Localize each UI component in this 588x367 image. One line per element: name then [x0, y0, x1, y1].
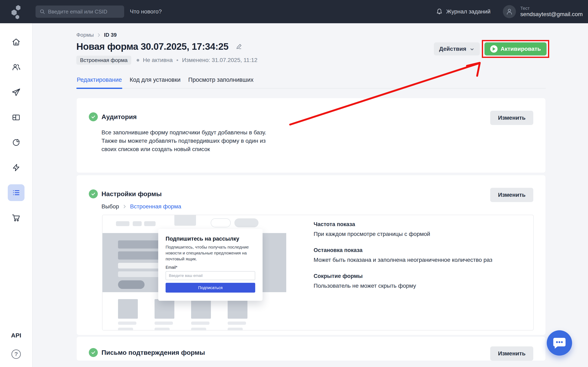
- audience-edit-button[interactable]: Изменить: [490, 111, 533, 125]
- user-menu[interactable]: Тест sendsaytest@gmail.com: [503, 5, 583, 18]
- preview-email-label: Email*: [165, 265, 255, 270]
- settings-info-panel: Частота показа При каждом просмотре стра…: [286, 215, 533, 330]
- status-text: Не активна: [143, 57, 173, 63]
- chevron-down-icon: [470, 47, 475, 52]
- actions-dropdown-button[interactable]: Действия: [434, 42, 480, 55]
- user-email: sendsaytest@gmail.com: [520, 11, 583, 17]
- content: Действия Активировать Формы ID 39 Новая …: [33, 23, 588, 367]
- info-title: Сокрытие формы: [314, 273, 525, 279]
- task-journal-button[interactable]: Журнал заданий: [436, 8, 491, 15]
- container: Формы ID 39 Новая форма 30.07.2025, 17:3…: [76, 32, 546, 361]
- preview-form-title: Подпишитесь на рассылку: [165, 236, 255, 242]
- help-icon[interactable]: ?: [11, 350, 21, 359]
- settings-breadcrumb: Выбор Встроенная форма: [102, 203, 533, 210]
- mockup-nav-pill: [144, 221, 156, 226]
- edit-title-icon[interactable]: [235, 43, 243, 50]
- audience-title: Аудитория: [102, 113, 137, 121]
- tab-install-code[interactable]: Код для установки: [129, 76, 181, 88]
- modified-text: Изменено: 31.07.2025, 11:12: [182, 57, 258, 63]
- home-icon: [11, 37, 21, 47]
- pie-chart-icon: [11, 138, 21, 147]
- sidebar-bottom: API ?: [11, 332, 21, 367]
- user-name: Тест: [520, 6, 583, 11]
- mockup-outline-pill: [211, 218, 231, 227]
- preview-subscribe-button: Подписаться: [165, 283, 255, 292]
- sidebar-item-campaigns[interactable]: [8, 84, 25, 101]
- info-text: Может быть показана и заполнена неограни…: [314, 257, 525, 263]
- user-texts: Тест sendsaytest@gmail.com: [520, 6, 583, 17]
- mockup-hero-button: [118, 280, 145, 289]
- audience-description: Все заполнившие форму подписчики будут д…: [102, 128, 269, 153]
- check-circle-icon: [89, 112, 98, 121]
- sidebar-item-api[interactable]: API: [11, 332, 21, 339]
- settings-breadcrumb-embedded-link[interactable]: Встроенная форма: [130, 203, 181, 210]
- play-icon: [490, 45, 498, 53]
- mockup-card: [155, 299, 174, 331]
- topbar: Что нового? Журнал заданий Тест sendsayt…: [0, 0, 588, 23]
- audience-card-head: Аудитория: [89, 112, 533, 121]
- sidebar-item-statistics[interactable]: [8, 134, 25, 151]
- activate-button[interactable]: Активировать: [484, 42, 546, 55]
- sidebar-item-pages[interactable]: [8, 109, 25, 126]
- header-actions: Действия Активировать: [434, 40, 549, 58]
- whats-new-link[interactable]: Что нового?: [130, 8, 162, 15]
- mockup-card: [228, 299, 247, 331]
- check-circle-icon: [89, 189, 98, 198]
- tab-editing[interactable]: Редактирование: [76, 76, 122, 88]
- info-text: Пользователь не может скрыть форму: [314, 283, 525, 289]
- form-settings-head: Настройки формы: [89, 189, 533, 198]
- info-text: При каждом просмотре страницы с формой: [314, 231, 525, 237]
- global-search: [35, 6, 124, 18]
- task-journal-label: Журнал заданий: [446, 8, 491, 15]
- confirmation-letter-card: Письмо подтверждения формы Изменить: [76, 336, 546, 361]
- search-input[interactable]: [48, 8, 120, 15]
- cart-icon: [11, 213, 21, 223]
- form-settings-edit-button[interactable]: Изменить: [490, 188, 533, 202]
- mockup-logo-block: [174, 215, 196, 226]
- annotation-red-box: Активировать: [482, 40, 549, 58]
- mockup-card: [118, 299, 138, 331]
- sidebar-item-home[interactable]: [8, 34, 25, 50]
- sendsay-logo-icon[interactable]: [7, 3, 23, 20]
- mockup-card: [191, 299, 211, 331]
- mockup-filled-pill: [234, 218, 259, 227]
- bell-icon: [436, 8, 443, 15]
- form-settings-card: Настройки формы Изменить Выбор Встроенна…: [76, 175, 546, 335]
- confirmation-edit-button[interactable]: Изменить: [490, 346, 533, 361]
- page: Что нового? Журнал заданий Тест sendsayt…: [0, 0, 588, 367]
- contacts-icon: [11, 62, 21, 72]
- sidebar-item-shop[interactable]: [8, 209, 25, 226]
- chat-fab-button[interactable]: [547, 330, 572, 356]
- chat-bubble-icon: [553, 337, 566, 349]
- chevron-right-icon: [96, 33, 101, 37]
- meta-separator: •: [176, 57, 178, 63]
- confirmation-head: Письмо подтверждения формы: [89, 348, 533, 357]
- sidebar-item-contacts[interactable]: [8, 59, 25, 76]
- user-icon: [505, 8, 513, 16]
- chevron-right-icon: [122, 204, 127, 209]
- info-block-stop: Остановка показа Может быть показана и з…: [314, 247, 525, 263]
- breadcrumb-forms-link[interactable]: Формы: [76, 32, 94, 38]
- sidebar-item-forms[interactable]: [8, 184, 25, 201]
- breadcrumb: Формы ID 39: [76, 32, 546, 38]
- sidebar-item-automation[interactable]: [8, 159, 25, 176]
- info-block-hide: Сокрытие формы Пользователь не может скр…: [314, 273, 525, 289]
- avatar: [503, 5, 516, 18]
- form-type-badge: Встроенная форма: [76, 56, 131, 65]
- audience-card: Аудитория Все заполнившие форму подписчи…: [76, 98, 546, 173]
- tab-view-submissions[interactable]: Просмотр заполнивших: [188, 76, 254, 88]
- subscription-form-preview: Подпишитесь на рассылку Подпишитесь, что…: [158, 229, 263, 301]
- check-circle-icon: [89, 348, 98, 357]
- send-icon: [11, 87, 21, 97]
- form-settings-title: Настройки формы: [102, 190, 162, 198]
- info-title: Остановка показа: [314, 247, 525, 253]
- confirmation-title: Письмо подтверждения формы: [102, 349, 205, 356]
- sidebar: API ?: [0, 23, 33, 367]
- preview-email-input: [165, 271, 255, 280]
- layout-icon: [11, 113, 21, 122]
- list-icon: [11, 188, 21, 198]
- page-title: Новая форма 30.07.2025, 17:34:25: [76, 41, 228, 52]
- settings-breadcrumb-choice[interactable]: Выбор: [102, 203, 119, 210]
- activate-label: Активировать: [501, 46, 541, 52]
- breadcrumb-current: ID 39: [104, 32, 117, 38]
